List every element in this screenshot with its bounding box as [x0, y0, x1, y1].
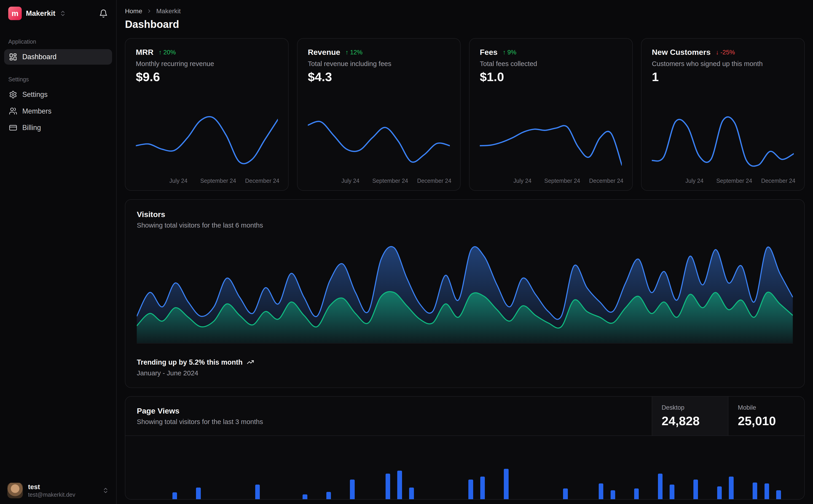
- stat-description: Total fees collected: [480, 60, 622, 68]
- sidebar-item-members[interactable]: Members: [4, 103, 112, 119]
- stat-description: Monthly recurring revenue: [136, 60, 278, 68]
- workspace-switcher[interactable]: m Makerkit: [8, 7, 66, 20]
- dashboard-icon: [9, 53, 17, 61]
- toggle-value: 24,828: [662, 414, 719, 428]
- logo-letter: m: [12, 9, 19, 18]
- stat-card-revenue: Revenue ↑12% Total revenue including fee…: [297, 38, 461, 191]
- sidebar-section-settings: Settings Settings Members: [0, 76, 116, 135]
- sidebar-item-label: Billing: [22, 124, 41, 132]
- sidebar-item-label: Dashboard: [22, 53, 56, 61]
- sidebar-item-label: Settings: [22, 90, 48, 98]
- trend-down-icon: ↓: [716, 49, 719, 56]
- axis-tick: December 24: [589, 178, 624, 184]
- trend-value: 20%: [163, 49, 175, 56]
- stat-title: MRR: [136, 48, 153, 57]
- toggle-label: Desktop: [662, 404, 719, 411]
- toggle-label: Mobile: [738, 404, 795, 411]
- trend-up-icon: ↑: [159, 49, 162, 56]
- sidebar-item-label: Members: [22, 107, 51, 115]
- fees-sparkline-chart: [480, 112, 622, 173]
- sidebar-header: m Makerkit: [0, 0, 116, 27]
- page-title: Dashboard: [125, 19, 805, 30]
- page-views-bar-chart: [125, 436, 804, 499]
- visitors-area-chart: [137, 242, 793, 343]
- stat-card-fees: Fees ↑9% Total fees collected $1.0 July …: [469, 38, 633, 191]
- credit-card-icon: [9, 124, 17, 132]
- trend-badge: ↑9%: [503, 49, 516, 56]
- visitors-card: Visitors Showing total visitors for the …: [125, 199, 805, 388]
- stat-description: Customers who signed up this month: [652, 60, 794, 68]
- sidebar-item-settings[interactable]: Settings: [4, 87, 112, 102]
- mobile-toggle[interactable]: Mobile 25,010: [728, 397, 804, 435]
- sidebar: m Makerkit Application Dashboard: [0, 0, 117, 504]
- stat-value: $4.3: [308, 70, 450, 84]
- visitors-title: Visitors: [137, 210, 793, 219]
- workspace-name: Makerkit: [26, 9, 55, 18]
- visitors-footer-text: Trending up by 5.2% this month: [137, 358, 243, 366]
- toggle-value: 25,010: [738, 414, 795, 428]
- stat-title: New Customers: [652, 48, 711, 57]
- page-views-title: Page Views: [137, 406, 640, 415]
- axis-tick: September 24: [716, 178, 752, 184]
- sidebar-item-dashboard[interactable]: Dashboard: [4, 49, 112, 65]
- axis-tick: July 24: [685, 178, 704, 184]
- main-content: Home Makerkit Dashboard MRR ↑20% Monthly…: [117, 0, 813, 504]
- chevron-right-icon: [146, 8, 152, 14]
- user-menu[interactable]: test test@makerkit.dev: [0, 477, 116, 504]
- stat-card-mrr: MRR ↑20% Monthly recurring revenue $9.6 …: [125, 38, 289, 191]
- user-name: test: [28, 483, 97, 491]
- page-views-card: Page Views Showing total visitors for th…: [125, 396, 805, 500]
- chevrons-up-down-icon: [59, 10, 66, 17]
- mrr-sparkline-chart: [136, 112, 278, 173]
- stat-title: Revenue: [308, 48, 340, 57]
- makerkit-logo: m: [8, 7, 22, 20]
- page-views-subtitle: Showing total visitors for the last 3 mo…: [137, 418, 640, 426]
- axis-tick: July 24: [513, 178, 531, 184]
- axis-tick: September 24: [372, 178, 408, 184]
- axis-tick: July 24: [169, 178, 187, 184]
- user-avatar: [7, 483, 23, 498]
- trend-badge: ↑20%: [159, 49, 176, 56]
- trend-badge: ↑12%: [345, 49, 363, 56]
- visitors-subtitle: Showing total visitors for the last 6 mo…: [137, 221, 793, 229]
- axis-tick: December 24: [417, 178, 451, 184]
- desktop-toggle[interactable]: Desktop 24,828: [652, 397, 728, 435]
- axis-tick: December 24: [245, 178, 280, 184]
- bell-icon: [99, 9, 108, 18]
- new-customers-sparkline-chart: [652, 112, 794, 173]
- stat-card-new-customers: New Customers ↓-25% Customers who signed…: [641, 38, 805, 191]
- trend-value: 12%: [350, 49, 363, 56]
- trend-up-icon: ↑: [345, 49, 349, 56]
- revenue-sparkline-chart: [308, 112, 450, 173]
- trend-up-icon: ↑: [503, 49, 506, 56]
- breadcrumb-current: Makerkit: [156, 7, 181, 15]
- gear-icon: [9, 90, 17, 99]
- breadcrumb: Home Makerkit: [125, 7, 805, 15]
- sidebar-section-application: Application Dashboard: [0, 38, 116, 65]
- sidebar-item-billing[interactable]: Billing: [4, 120, 112, 135]
- section-label: Application: [0, 38, 116, 45]
- trend-value: -25%: [720, 49, 735, 56]
- trending-up-icon: [247, 358, 254, 366]
- chevrons-up-down-icon: [102, 487, 109, 494]
- stat-value: $1.0: [480, 70, 622, 84]
- trend-value: 9%: [507, 49, 516, 56]
- notifications-button[interactable]: [99, 9, 108, 18]
- stat-value: 1: [652, 70, 794, 84]
- trend-badge: ↓-25%: [716, 49, 735, 56]
- users-icon: [9, 107, 17, 115]
- axis-tick: December 24: [761, 178, 795, 184]
- visitors-date-range: January - June 2024: [137, 369, 793, 377]
- app-root: m Makerkit Application Dashboard: [0, 0, 813, 504]
- axis-tick: September 24: [200, 178, 236, 184]
- axis-tick: July 24: [341, 178, 360, 184]
- stat-description: Total revenue including fees: [308, 60, 450, 68]
- axis-tick: September 24: [544, 178, 580, 184]
- breadcrumb-home[interactable]: Home: [125, 7, 142, 15]
- page-views-series-toggles: Desktop 24,828 Mobile 25,010: [652, 397, 804, 435]
- stat-cards-row: MRR ↑20% Monthly recurring revenue $9.6 …: [125, 38, 805, 191]
- section-label: Settings: [0, 76, 116, 83]
- user-email: test@makerkit.dev: [28, 491, 97, 498]
- stat-title: Fees: [480, 48, 498, 57]
- stat-value: $9.6: [136, 70, 278, 84]
